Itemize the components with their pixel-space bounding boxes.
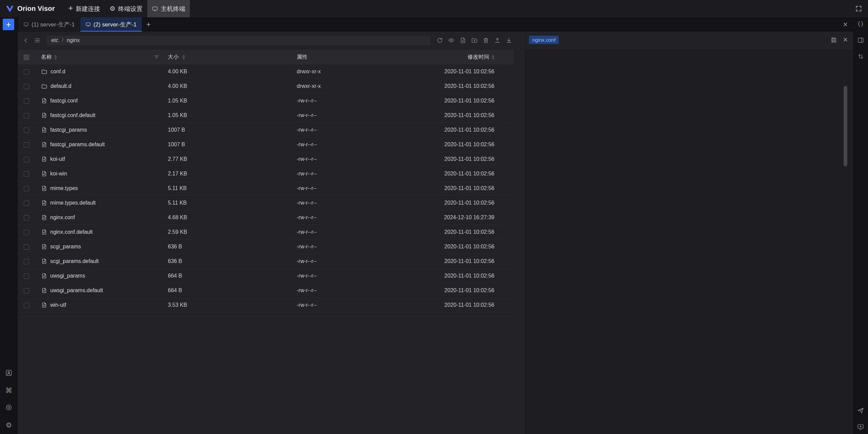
- file-name[interactable]: fastcgi.conf: [50, 98, 78, 104]
- table-row[interactable]: uwsgi_params.default664 B-rw-r--r--2020-…: [18, 283, 514, 298]
- file-name[interactable]: uwsgi_params: [50, 273, 85, 279]
- row-checkbox[interactable]: [24, 201, 29, 206]
- close-icon[interactable]: ×: [843, 36, 848, 44]
- row-checkbox[interactable]: [24, 273, 29, 279]
- row-checkbox[interactable]: [24, 186, 29, 191]
- row-checkbox[interactable]: [24, 128, 29, 133]
- file-name[interactable]: uwsgi_params.default: [50, 287, 103, 294]
- table-row[interactable]: nginx.conf.default2.59 KB-rw-r--r--2020-…: [18, 225, 514, 240]
- row-checkbox[interactable]: [24, 69, 29, 75]
- table-row[interactable]: mime.types.default5.11 KB-rw-r--r--2020-…: [18, 196, 514, 210]
- send-command-icon[interactable]: [856, 406, 865, 415]
- shortcut-command-icon[interactable]: ⌘: [4, 386, 13, 395]
- file-name[interactable]: fastcgi.conf.default: [50, 112, 95, 118]
- column-mtime[interactable]: 修改时间: [468, 54, 489, 61]
- table-row[interactable]: default.d4.00 KBdrwxr-xr-x2020-11-01 10:…: [18, 79, 514, 94]
- file-name[interactable]: scgi_params: [50, 244, 81, 250]
- file-name[interactable]: scgi_params.default: [50, 258, 99, 264]
- filter-icon[interactable]: [154, 55, 159, 60]
- menu-new-connection[interactable]: + 新建连接: [64, 0, 105, 17]
- row-checkbox[interactable]: [24, 171, 29, 177]
- name-cell: koi-utf: [33, 156, 164, 162]
- file-name[interactable]: koi-utf: [50, 156, 65, 162]
- table-row[interactable]: scgi_params.default636 B-rw-r--r--2020-1…: [18, 254, 514, 269]
- file-name[interactable]: nginx.conf: [50, 214, 75, 221]
- table-row[interactable]: conf.d4.00 KBdrwxr-xr-x2020-11-01 10:02:…: [18, 64, 514, 79]
- code-area[interactable]: [525, 49, 853, 434]
- table-row[interactable]: fastcgi.conf.default1.05 KB-rw-r--r--202…: [18, 108, 514, 123]
- fullscreen-icon[interactable]: [855, 5, 862, 12]
- table-row[interactable]: mime.types5.11 KB-rw-r--r--2020-11-01 10…: [18, 181, 514, 196]
- table-row[interactable]: koi-win2.17 KB-rw-r--r--2020-11-01 10:02…: [18, 167, 514, 181]
- table-row[interactable]: nginx.conf4.68 KB-rw-r--r--2024-12-10 16…: [18, 210, 514, 225]
- row-checkbox[interactable]: [24, 288, 29, 294]
- file-name[interactable]: koi-win: [50, 171, 67, 177]
- sort-carets-icon[interactable]: [54, 55, 57, 59]
- file-name[interactable]: conf.d: [51, 69, 65, 75]
- tab-server-2[interactable]: (2) server-生产-1: [80, 17, 142, 32]
- row-checkbox[interactable]: [24, 244, 29, 250]
- column-attr: 属性: [293, 54, 391, 61]
- menu-terminal-settings[interactable]: ⚙ 终端设置: [105, 0, 147, 17]
- list-view-icon[interactable]: [33, 36, 42, 45]
- file-name[interactable]: fastcgi_params.default: [50, 141, 105, 148]
- back-icon[interactable]: [21, 36, 31, 45]
- user-info-icon[interactable]: [4, 369, 13, 377]
- menu-label: 终端设置: [118, 5, 142, 13]
- tab-label: (2) server-生产-1: [94, 21, 137, 29]
- select-all-checkbox[interactable]: [24, 55, 29, 60]
- new-tab-primary-button[interactable]: +: [3, 19, 14, 30]
- close-icon[interactable]: ×: [838, 21, 853, 29]
- new-folder-icon[interactable]: [470, 36, 479, 45]
- table-row[interactable]: scgi_params636 B-rw-r--r--2020-11-01 10:…: [18, 240, 514, 254]
- editor-scrollbar[interactable]: [844, 86, 847, 166]
- braces-icon[interactable]: {}: [856, 19, 865, 28]
- save-icon[interactable]: [830, 37, 837, 43]
- file-name[interactable]: mime.types: [50, 185, 78, 191]
- refresh-icon[interactable]: [435, 36, 445, 45]
- file-name[interactable]: fastcgi_params: [50, 127, 87, 133]
- file-name[interactable]: mime.types.default: [50, 200, 96, 206]
- file-attr: -rw-r--r--: [293, 302, 391, 308]
- table-row[interactable]: koi-utf2.77 KB-rw-r--r--2020-11-01 10:02…: [18, 152, 514, 167]
- download-icon[interactable]: [504, 36, 514, 45]
- menu-host-terminal[interactable]: 主机终端: [147, 0, 190, 17]
- new-file-icon[interactable]: [458, 36, 468, 45]
- swap-vertical-icon[interactable]: [856, 52, 865, 61]
- tab-server-1[interactable]: (1) server-生产-1: [18, 17, 80, 32]
- screen-capture-icon[interactable]: [856, 422, 865, 431]
- row-checkbox[interactable]: [24, 157, 29, 162]
- settings-gear-icon[interactable]: ⚙: [4, 420, 13, 429]
- add-tab-button[interactable]: +: [142, 17, 155, 32]
- table-row[interactable]: win-utf3.53 KB-rw-r--r--2020-11-01 10:02…: [18, 298, 514, 313]
- theme-icon[interactable]: [4, 403, 13, 412]
- table-row[interactable]: fastcgi.conf1.05 KB-rw-r--r--2020-11-01 …: [18, 94, 514, 108]
- file-icon: [41, 200, 47, 206]
- panel-layout-icon[interactable]: [856, 36, 865, 44]
- sort-carets-icon[interactable]: [182, 55, 185, 59]
- row-checkbox[interactable]: [24, 113, 29, 118]
- file-size: 4.68 KB: [164, 214, 293, 221]
- row-checkbox[interactable]: [24, 84, 29, 89]
- show-hidden-eye-icon[interactable]: [447, 36, 456, 45]
- file-name[interactable]: default.d: [51, 83, 71, 89]
- row-checkbox[interactable]: [24, 303, 29, 308]
- column-size[interactable]: 大小: [168, 54, 179, 61]
- delete-trash-icon[interactable]: [481, 36, 491, 45]
- row-checkbox[interactable]: [24, 230, 29, 235]
- row-checkbox[interactable]: [24, 259, 29, 264]
- row-checkbox[interactable]: [24, 142, 29, 148]
- file-name[interactable]: win-utf: [50, 302, 66, 308]
- row-checkbox[interactable]: [24, 215, 29, 221]
- table-row[interactable]: fastcgi_params.default1007 B-rw-r--r--20…: [18, 137, 514, 152]
- table-row[interactable]: fastcgi_params1007 B-rw-r--r--2020-11-01…: [18, 123, 514, 137]
- row-checkbox[interactable]: [24, 98, 29, 104]
- upload-icon[interactable]: [493, 36, 502, 45]
- sort-carets-icon[interactable]: [492, 55, 494, 59]
- checkbox-cell: [18, 244, 33, 250]
- breadcrumb-segment[interactable]: etc: [51, 37, 58, 43]
- table-row[interactable]: uwsgi_params664 B-rw-r--r--2020-11-01 10…: [18, 269, 514, 283]
- file-name[interactable]: nginx.conf.default: [50, 229, 93, 235]
- breadcrumb-segment[interactable]: nginx: [67, 37, 80, 43]
- column-name[interactable]: 名称: [41, 54, 52, 61]
